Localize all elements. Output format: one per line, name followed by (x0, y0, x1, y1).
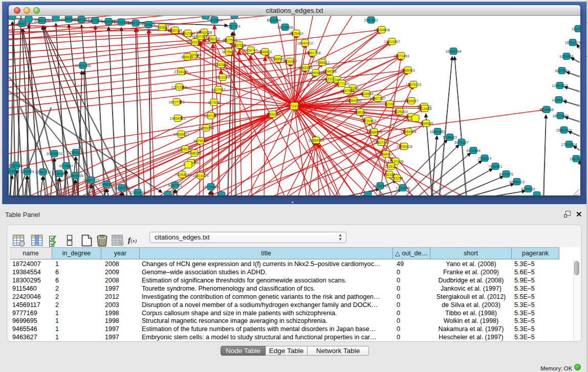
svg-text:2803144: 2803144 (215, 76, 229, 79)
svg-text:16782759: 16782759 (114, 186, 129, 190)
svg-text:20364436: 20364436 (345, 99, 361, 102)
svg-text:1156829: 1156829 (20, 170, 34, 173)
svg-text:1167533: 1167533 (570, 157, 580, 161)
svg-text:8219968: 8219968 (539, 108, 553, 112)
svg-text:17016504: 17016504 (561, 143, 577, 146)
svg-text:2867608: 2867608 (232, 43, 246, 47)
svg-text:8660124: 8660124 (168, 29, 182, 32)
svg-text:9227343: 9227343 (555, 69, 569, 73)
svg-text:9129966: 9129966 (559, 55, 573, 58)
svg-text:1733426: 1733426 (396, 186, 409, 190)
svg-text:1615112: 1615112 (384, 165, 398, 168)
svg-text:8427552: 8427552 (211, 88, 225, 92)
svg-text:10654112: 10654112 (509, 180, 525, 184)
svg-text:19756928: 19756928 (396, 145, 412, 148)
svg-text:18807249: 18807249 (373, 141, 389, 144)
svg-text:18724007: 18724007 (286, 104, 302, 108)
svg-text:9242848: 9242848 (214, 63, 228, 67)
svg-text:15716485: 15716485 (203, 185, 219, 189)
svg-text:3919154: 3919154 (9, 169, 19, 173)
svg-text:10025433: 10025433 (391, 110, 407, 114)
svg-text:16033809: 16033809 (206, 18, 222, 22)
svg-text:2887682: 2887682 (364, 18, 378, 22)
svg-text:16409457: 16409457 (429, 130, 445, 134)
svg-text:10688609: 10688609 (366, 130, 382, 134)
svg-text:19654928: 19654928 (400, 130, 416, 134)
svg-text:9474444: 9474444 (466, 149, 480, 152)
svg-text:6497568: 6497568 (340, 89, 354, 93)
svg-text:16648784: 16648784 (445, 50, 461, 53)
svg-text:1145194: 1145194 (53, 172, 67, 176)
svg-text:1362615: 1362615 (298, 66, 312, 70)
svg-text:989621: 989621 (181, 55, 193, 59)
svg-text:7386322: 7386322 (353, 111, 367, 114)
svg-text:19384554: 19384554 (308, 139, 324, 142)
svg-text:8813054: 8813054 (267, 18, 280, 22)
svg-text:7625402: 7625402 (175, 173, 189, 177)
svg-text:10807487: 10807487 (369, 97, 385, 100)
svg-text:8350061: 8350061 (9, 164, 23, 167)
svg-text:12353594: 12353594 (198, 126, 214, 130)
svg-text:62160: 62160 (385, 102, 395, 106)
svg-text:12975115: 12975115 (406, 83, 422, 86)
svg-text:9457791: 9457791 (168, 184, 182, 187)
svg-text:4498222: 4498222 (187, 151, 201, 155)
svg-text:2935114: 2935114 (478, 157, 492, 160)
svg-text:17353924: 17353924 (68, 151, 83, 155)
svg-text:16961758: 16961758 (304, 51, 320, 55)
svg-text:9527508: 9527508 (223, 38, 236, 42)
svg-text:12942737: 12942737 (35, 170, 51, 174)
svg-text:21053346: 21053346 (75, 64, 91, 68)
svg-text:9463627: 9463627 (404, 99, 418, 103)
svg-text:5938923: 5938923 (443, 136, 456, 139)
svg-text:8678532: 8678532 (193, 139, 207, 143)
svg-text:16914479: 16914479 (192, 174, 208, 178)
svg-text:8990448: 8990448 (309, 71, 322, 75)
svg-text:9084067: 9084067 (379, 152, 393, 156)
svg-text:20691406: 20691406 (34, 19, 50, 23)
svg-text:15720407: 15720407 (360, 119, 376, 123)
svg-text:8220957: 8220957 (283, 60, 297, 63)
svg-text:17957223: 17957223 (83, 179, 99, 182)
svg-text:19166827: 19166827 (173, 133, 189, 136)
svg-text:12213967: 12213967 (384, 40, 400, 43)
svg-text:12505155: 12505155 (67, 174, 83, 178)
svg-text:3824554: 3824554 (359, 92, 373, 96)
svg-text:15751074: 15751074 (564, 41, 580, 45)
svg-text:12213369: 12213369 (171, 85, 187, 89)
svg-text:9146821: 9146821 (258, 50, 272, 54)
svg-text:8186328: 8186328 (206, 37, 220, 41)
svg-text:10653267: 10653267 (73, 18, 89, 21)
svg-text:10958107: 10958107 (98, 183, 114, 186)
svg-text:9777169: 9777169 (335, 82, 349, 85)
svg-text:1244419: 1244419 (552, 98, 565, 102)
svg-text:12093822: 12093822 (552, 84, 568, 87)
svg-text:19218506: 19218506 (277, 26, 293, 29)
svg-text:9113468: 9113468 (418, 107, 432, 111)
svg-text:7557224: 7557224 (226, 25, 240, 28)
svg-text:16120746: 16120746 (387, 160, 403, 163)
svg-text:19654923: 19654923 (169, 117, 185, 120)
svg-text:8912954: 8912954 (181, 32, 194, 35)
svg-text:18640910: 18640910 (297, 41, 313, 45)
svg-text:2025419: 2025419 (289, 32, 303, 35)
svg-text:7955812: 7955812 (315, 61, 329, 64)
svg-text:1112384: 1112384 (572, 27, 580, 31)
svg-text:917006: 917006 (208, 101, 220, 104)
svg-text:16210643: 16210643 (552, 114, 568, 118)
svg-text:20206576: 20206576 (46, 152, 62, 156)
svg-text:2718176: 2718176 (174, 70, 188, 74)
svg-text:16543362: 16543362 (187, 40, 203, 44)
svg-text:6794028: 6794028 (322, 70, 336, 73)
svg-text:9699695: 9699695 (419, 122, 433, 125)
svg-text:9245652: 9245652 (521, 187, 535, 191)
svg-text:14136141: 14136141 (372, 184, 388, 188)
svg-text:7485063: 7485063 (401, 69, 415, 72)
svg-text:1527602: 1527602 (88, 19, 102, 23)
svg-text:10973493: 10973493 (393, 54, 409, 58)
svg-text:7515526: 7515526 (141, 23, 155, 27)
svg-text:6479197: 6479197 (454, 141, 468, 144)
svg-text:10719155: 10719155 (113, 20, 129, 24)
svg-text:8471676: 8471676 (499, 172, 513, 176)
svg-text:8454749: 8454749 (244, 49, 257, 52)
